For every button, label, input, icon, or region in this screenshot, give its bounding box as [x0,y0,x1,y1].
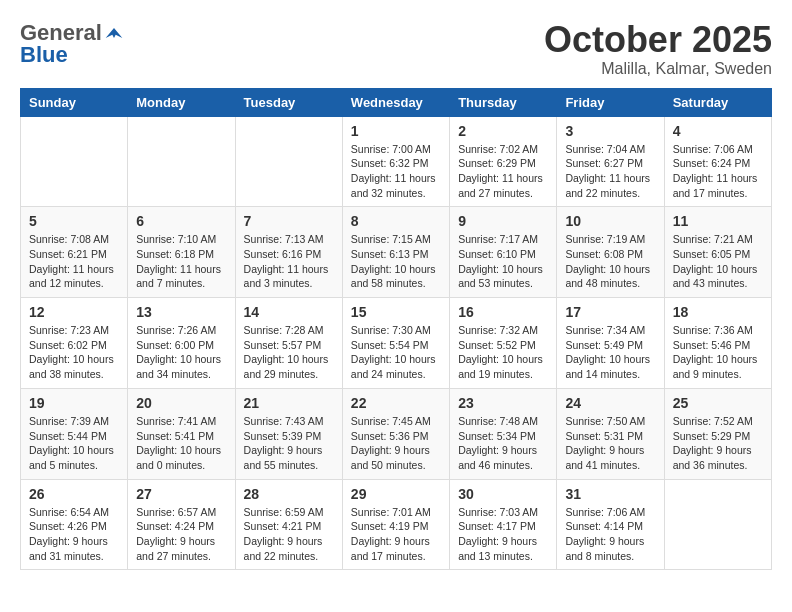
calendar-cell: 22Sunrise: 7:45 AM Sunset: 5:36 PM Dayli… [342,388,449,479]
logo: General Blue [20,20,124,68]
day-info: Sunrise: 7:17 AM Sunset: 6:10 PM Dayligh… [458,232,548,291]
calendar-cell [21,116,128,207]
weekday-header: Sunday [21,88,128,116]
day-info: Sunrise: 7:45 AM Sunset: 5:36 PM Dayligh… [351,414,441,473]
day-info: Sunrise: 7:32 AM Sunset: 5:52 PM Dayligh… [458,323,548,382]
calendar-week-row: 26Sunrise: 6:54 AM Sunset: 4:26 PM Dayli… [21,479,772,570]
day-number: 20 [136,395,226,411]
calendar-cell [664,479,771,570]
logo-icon [104,23,124,43]
calendar-cell: 10Sunrise: 7:19 AM Sunset: 6:08 PM Dayli… [557,207,664,298]
calendar-cell: 20Sunrise: 7:41 AM Sunset: 5:41 PM Dayli… [128,388,235,479]
day-number: 28 [244,486,334,502]
day-info: Sunrise: 7:00 AM Sunset: 6:32 PM Dayligh… [351,142,441,201]
day-number: 16 [458,304,548,320]
calendar-cell: 15Sunrise: 7:30 AM Sunset: 5:54 PM Dayli… [342,298,449,389]
day-info: Sunrise: 7:23 AM Sunset: 6:02 PM Dayligh… [29,323,119,382]
calendar: SundayMondayTuesdayWednesdayThursdayFrid… [20,88,772,571]
day-info: Sunrise: 7:39 AM Sunset: 5:44 PM Dayligh… [29,414,119,473]
day-info: Sunrise: 6:54 AM Sunset: 4:26 PM Dayligh… [29,505,119,564]
calendar-cell: 1Sunrise: 7:00 AM Sunset: 6:32 PM Daylig… [342,116,449,207]
day-info: Sunrise: 7:28 AM Sunset: 5:57 PM Dayligh… [244,323,334,382]
calendar-cell: 30Sunrise: 7:03 AM Sunset: 4:17 PM Dayli… [450,479,557,570]
calendar-week-row: 5Sunrise: 7:08 AM Sunset: 6:21 PM Daylig… [21,207,772,298]
calendar-cell: 12Sunrise: 7:23 AM Sunset: 6:02 PM Dayli… [21,298,128,389]
calendar-cell: 8Sunrise: 7:15 AM Sunset: 6:13 PM Daylig… [342,207,449,298]
title-block: October 2025 Malilla, Kalmar, Sweden [544,20,772,78]
day-info: Sunrise: 7:36 AM Sunset: 5:46 PM Dayligh… [673,323,763,382]
day-number: 25 [673,395,763,411]
day-info: Sunrise: 6:57 AM Sunset: 4:24 PM Dayligh… [136,505,226,564]
calendar-cell: 2Sunrise: 7:02 AM Sunset: 6:29 PM Daylig… [450,116,557,207]
weekday-header: Tuesday [235,88,342,116]
calendar-cell [235,116,342,207]
day-number: 4 [673,123,763,139]
day-info: Sunrise: 7:02 AM Sunset: 6:29 PM Dayligh… [458,142,548,201]
day-number: 5 [29,213,119,229]
day-number: 31 [565,486,655,502]
day-number: 18 [673,304,763,320]
day-info: Sunrise: 7:01 AM Sunset: 4:19 PM Dayligh… [351,505,441,564]
weekday-header: Monday [128,88,235,116]
day-info: Sunrise: 7:08 AM Sunset: 6:21 PM Dayligh… [29,232,119,291]
calendar-cell: 14Sunrise: 7:28 AM Sunset: 5:57 PM Dayli… [235,298,342,389]
day-info: Sunrise: 7:06 AM Sunset: 4:14 PM Dayligh… [565,505,655,564]
day-info: Sunrise: 7:13 AM Sunset: 6:16 PM Dayligh… [244,232,334,291]
day-info: Sunrise: 7:30 AM Sunset: 5:54 PM Dayligh… [351,323,441,382]
day-info: Sunrise: 7:15 AM Sunset: 6:13 PM Dayligh… [351,232,441,291]
day-number: 1 [351,123,441,139]
calendar-cell: 23Sunrise: 7:48 AM Sunset: 5:34 PM Dayli… [450,388,557,479]
location: Malilla, Kalmar, Sweden [544,60,772,78]
weekday-header: Friday [557,88,664,116]
day-number: 21 [244,395,334,411]
day-info: Sunrise: 6:59 AM Sunset: 4:21 PM Dayligh… [244,505,334,564]
day-number: 19 [29,395,119,411]
calendar-cell: 19Sunrise: 7:39 AM Sunset: 5:44 PM Dayli… [21,388,128,479]
calendar-cell: 28Sunrise: 6:59 AM Sunset: 4:21 PM Dayli… [235,479,342,570]
day-info: Sunrise: 7:04 AM Sunset: 6:27 PM Dayligh… [565,142,655,201]
day-info: Sunrise: 7:26 AM Sunset: 6:00 PM Dayligh… [136,323,226,382]
calendar-cell: 4Sunrise: 7:06 AM Sunset: 6:24 PM Daylig… [664,116,771,207]
day-info: Sunrise: 7:21 AM Sunset: 6:05 PM Dayligh… [673,232,763,291]
calendar-week-row: 12Sunrise: 7:23 AM Sunset: 6:02 PM Dayli… [21,298,772,389]
calendar-cell: 25Sunrise: 7:52 AM Sunset: 5:29 PM Dayli… [664,388,771,479]
day-info: Sunrise: 7:41 AM Sunset: 5:41 PM Dayligh… [136,414,226,473]
day-info: Sunrise: 7:48 AM Sunset: 5:34 PM Dayligh… [458,414,548,473]
day-number: 15 [351,304,441,320]
day-number: 2 [458,123,548,139]
page-header: General Blue October 2025 Malilla, Kalma… [20,20,772,78]
calendar-cell [128,116,235,207]
logo-blue: Blue [20,42,68,68]
day-info: Sunrise: 7:06 AM Sunset: 6:24 PM Dayligh… [673,142,763,201]
svg-marker-0 [106,28,123,38]
weekday-header: Wednesday [342,88,449,116]
calendar-cell: 24Sunrise: 7:50 AM Sunset: 5:31 PM Dayli… [557,388,664,479]
day-number: 27 [136,486,226,502]
day-number: 29 [351,486,441,502]
calendar-cell: 27Sunrise: 6:57 AM Sunset: 4:24 PM Dayli… [128,479,235,570]
day-number: 11 [673,213,763,229]
calendar-cell: 18Sunrise: 7:36 AM Sunset: 5:46 PM Dayli… [664,298,771,389]
weekday-header: Saturday [664,88,771,116]
calendar-cell: 11Sunrise: 7:21 AM Sunset: 6:05 PM Dayli… [664,207,771,298]
calendar-cell: 9Sunrise: 7:17 AM Sunset: 6:10 PM Daylig… [450,207,557,298]
calendar-cell: 16Sunrise: 7:32 AM Sunset: 5:52 PM Dayli… [450,298,557,389]
calendar-cell: 17Sunrise: 7:34 AM Sunset: 5:49 PM Dayli… [557,298,664,389]
day-info: Sunrise: 7:03 AM Sunset: 4:17 PM Dayligh… [458,505,548,564]
day-number: 8 [351,213,441,229]
day-info: Sunrise: 7:43 AM Sunset: 5:39 PM Dayligh… [244,414,334,473]
day-info: Sunrise: 7:34 AM Sunset: 5:49 PM Dayligh… [565,323,655,382]
day-info: Sunrise: 7:50 AM Sunset: 5:31 PM Dayligh… [565,414,655,473]
calendar-cell: 5Sunrise: 7:08 AM Sunset: 6:21 PM Daylig… [21,207,128,298]
day-number: 9 [458,213,548,229]
day-info: Sunrise: 7:19 AM Sunset: 6:08 PM Dayligh… [565,232,655,291]
day-number: 30 [458,486,548,502]
day-number: 12 [29,304,119,320]
day-number: 24 [565,395,655,411]
weekday-header: Thursday [450,88,557,116]
day-number: 22 [351,395,441,411]
day-number: 26 [29,486,119,502]
day-number: 14 [244,304,334,320]
day-number: 17 [565,304,655,320]
day-number: 13 [136,304,226,320]
